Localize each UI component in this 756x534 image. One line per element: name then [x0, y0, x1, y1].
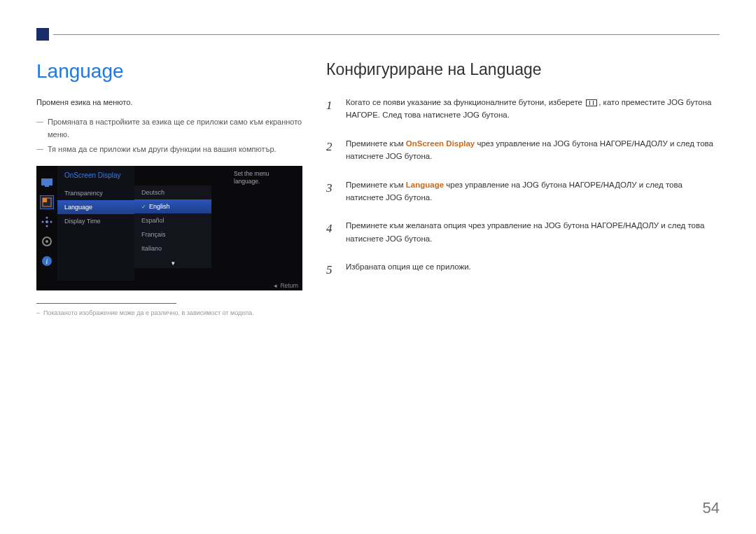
svg-point-6 [46, 225, 48, 227]
step-number: 2 [326, 137, 336, 163]
section-heading-left: Language [36, 60, 302, 83]
step-4: 4 Преминете към желаната опция чрез упра… [326, 219, 720, 245]
notes-list: Промяната в настройките за езика ще се п… [36, 116, 302, 156]
osd-side-icons: i [36, 166, 57, 290]
header-line [53, 34, 720, 35]
left-column: Language Променя езика на менюто. Промян… [36, 60, 302, 316]
header-block [36, 28, 49, 41]
step-number: 5 [326, 260, 336, 279]
osd-screenshot: i OnScreen Display Transparency Language… [36, 166, 302, 290]
footnote-text: Показаното изображение може да е различн… [36, 309, 302, 316]
osd-lang-francais[interactable]: Français [134, 227, 211, 241]
step-5: 5 Избраната опция ще се приложи. [326, 260, 720, 279]
osd-lang-espanol[interactable]: Español [134, 213, 211, 227]
svg-point-5 [46, 216, 48, 218]
osd-menu-item-displaytime[interactable]: Display Time [57, 214, 134, 228]
step-keyword: OnScreen Display [406, 139, 475, 148]
step-number: 4 [326, 219, 336, 245]
step-text-pre: Преминете към [346, 139, 406, 148]
step-number: 3 [326, 178, 336, 204]
svg-text:i: i [46, 258, 48, 265]
svg-rect-1 [45, 185, 49, 187]
section-heading-right: Конфигуриране на Language [326, 60, 720, 79]
svg-point-7 [42, 220, 44, 223]
navigation-icon [40, 215, 54, 229]
svg-point-10 [46, 240, 48, 243]
info-icon: i [40, 254, 54, 268]
step-text: Когато се появи указание за функционални… [346, 96, 720, 122]
svg-rect-3 [43, 198, 47, 202]
step-text: Преминете към OnScreen Display чрез упра… [346, 137, 720, 163]
svg-rect-0 [41, 178, 52, 185]
step-text: Избраната опция ще се приложи. [346, 260, 720, 279]
right-column: Конфигуриране на Language 1 Когато се по… [326, 60, 720, 316]
svg-point-4 [46, 220, 48, 223]
onscreen-display-icon [40, 195, 54, 209]
step-3: 3 Преминете към Language чрез управление… [326, 178, 720, 204]
step-keyword: Language [406, 181, 444, 189]
svg-point-8 [50, 220, 52, 223]
osd-title: OnScreen Display [57, 166, 134, 186]
osd-lang-deutsch[interactable]: Deutsch [134, 185, 211, 199]
step-number: 1 [326, 96, 336, 122]
step-1: 1 Когато се появи указание за функционал… [326, 96, 720, 122]
down-arrow-icon: ▾ [172, 260, 175, 267]
osd-return-label[interactable]: Return [274, 282, 298, 289]
step-2: 2 Преминете към OnScreen Display чрез уп… [326, 137, 720, 163]
steps-list: 1 Когато се появи указание за функционал… [326, 96, 720, 279]
osd-menu-item-transparency[interactable]: Transparency [57, 186, 134, 200]
step-text: Преминете към желаната опция чрез управл… [346, 219, 720, 245]
note-item: Тя няма да се приложи към други функции … [36, 143, 302, 156]
osd-menu-column: OnScreen Display Transparency Language D… [57, 166, 134, 281]
menu-icon [586, 99, 597, 106]
osd-lang-english[interactable]: English [134, 199, 211, 213]
step-text-pre: Преминете към [346, 181, 406, 189]
page-number: 54 [703, 499, 720, 517]
note-item: Промяната в настройките за езика ще се п… [36, 116, 302, 141]
osd-description: Set the menu language. [234, 170, 297, 185]
osd-lang-italiano[interactable]: Italiano [134, 241, 211, 255]
settings-gear-icon [40, 234, 54, 248]
step-text: Преминете към Language чрез управление н… [346, 178, 720, 204]
osd-menu-item-language[interactable]: Language [57, 200, 134, 214]
header-rule [36, 28, 720, 41]
osd-language-column: Deutsch English Español Français Italian… [134, 185, 211, 268]
step-text-pre: Когато се появи указание за функционални… [346, 98, 584, 106]
picture-icon [40, 176, 54, 190]
footnote-rule [36, 303, 176, 304]
lead-text: Променя езика на менюто. [36, 98, 302, 106]
